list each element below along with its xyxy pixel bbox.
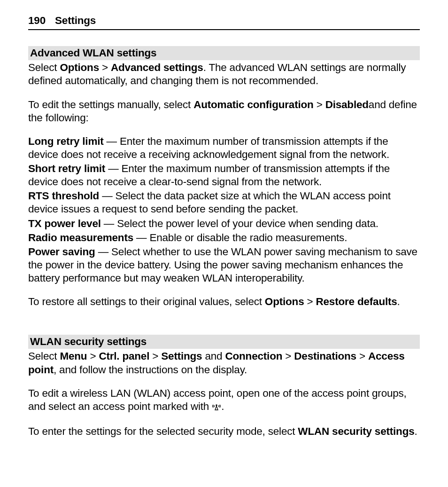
text: .	[397, 296, 400, 307]
section-heading-wlan-security: WLAN security settings	[28, 335, 420, 349]
page-number: 190	[28, 15, 46, 26]
term: TX power level	[28, 218, 101, 229]
page-header: 190 Settings	[28, 14, 420, 30]
description: — Select the power level of your device …	[101, 218, 378, 229]
nav-connection: Connection	[225, 350, 282, 362]
nav-advanced-settings: Advanced settings	[111, 62, 203, 73]
paragraph: To restore all settings to their origina…	[28, 295, 420, 308]
paragraph: Select Options > Advanced settings. The …	[28, 61, 420, 87]
text: >	[314, 99, 325, 110]
text: To restore all settings to their origina…	[28, 296, 265, 307]
text: >	[282, 350, 294, 362]
text: .	[415, 425, 417, 437]
nav-options: Options	[60, 62, 99, 73]
term: Short retry limit	[28, 163, 105, 174]
document-page: 190 Settings Advanced WLAN settings Sele…	[0, 0, 448, 467]
wlan-antenna-icon	[212, 401, 221, 415]
nav-destinations: Destinations	[294, 350, 356, 362]
definition-item: Power saving — Select whether to use the…	[28, 245, 420, 285]
paragraph: To enter the settings for the selected s…	[28, 425, 420, 438]
text: >	[356, 350, 368, 362]
text: Select	[28, 62, 60, 73]
paragraph: Select Menu > Ctrl. panel > Settings and…	[28, 350, 420, 376]
nav-disabled: Disabled	[325, 99, 369, 110]
nav-options: Options	[265, 296, 304, 307]
nav-menu: Menu	[60, 350, 87, 362]
paragraph: To edit the settings manually, select Au…	[28, 98, 420, 125]
term: RTS threshold	[28, 190, 99, 202]
nav-wlan-security-settings: WLAN security settings	[298, 425, 414, 437]
nav-automatic-config: Automatic configuration	[193, 99, 313, 110]
definition-item: Short retry limit — Enter the maximum nu…	[28, 162, 420, 189]
paragraph: To edit a wireless LAN (WLAN) access poi…	[28, 387, 420, 415]
definition-item: Long retry limit — Enter the maximum num…	[28, 135, 420, 161]
text: >	[149, 350, 161, 362]
text: To enter the settings for the selected s…	[28, 425, 298, 437]
term: Power saving	[28, 246, 95, 258]
text: , and follow the instructions on the dis…	[54, 364, 247, 376]
description: — Enable or disable the radio measuremen…	[133, 232, 347, 244]
page-title: Settings	[55, 15, 96, 26]
text: Select	[28, 350, 60, 362]
text: To edit the settings manually, select	[28, 99, 193, 110]
definition-item: RTS threshold — Select the data packet s…	[28, 189, 420, 216]
term: Long retry limit	[28, 135, 104, 147]
definition-item: Radio measurements — Enable or disable t…	[28, 231, 420, 244]
text: >	[87, 350, 99, 362]
nav-ctrl-panel: Ctrl. panel	[99, 350, 149, 362]
nav-settings: Settings	[161, 350, 202, 362]
text: and	[202, 350, 225, 362]
text: >	[99, 62, 111, 73]
section-heading-advanced-wlan: Advanced WLAN settings	[28, 46, 420, 60]
nav-restore-defaults: Restore defaults	[316, 296, 397, 307]
term: Radio measurements	[28, 232, 133, 244]
text: .	[221, 401, 224, 412]
definition-item: TX power level — Select the power level …	[28, 217, 420, 230]
text: >	[304, 296, 316, 307]
